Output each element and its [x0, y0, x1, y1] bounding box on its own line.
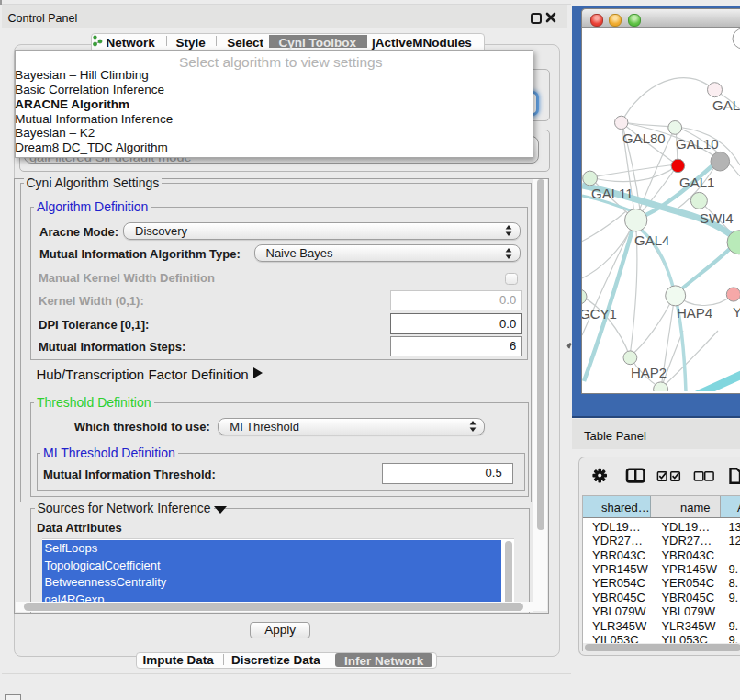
svg-text:GAL80: GAL80: [622, 130, 666, 146]
svg-text:GCY1: GCY1: [582, 306, 617, 322]
svg-text:GAL10: GAL10: [676, 136, 719, 152]
svg-text:HAP4: HAP4: [677, 305, 712, 321]
svg-text:Y: Y: [733, 304, 740, 320]
svg-text:SWI4: SWI4: [700, 210, 734, 226]
svg-text:GAL: GAL: [712, 97, 740, 113]
svg-text:GAL1: GAL1: [679, 175, 714, 190]
svg-text:GAL4: GAL4: [634, 232, 669, 248]
svg-text:GAL11: GAL11: [591, 186, 633, 201]
svg-text:HAP2: HAP2: [631, 365, 667, 380]
